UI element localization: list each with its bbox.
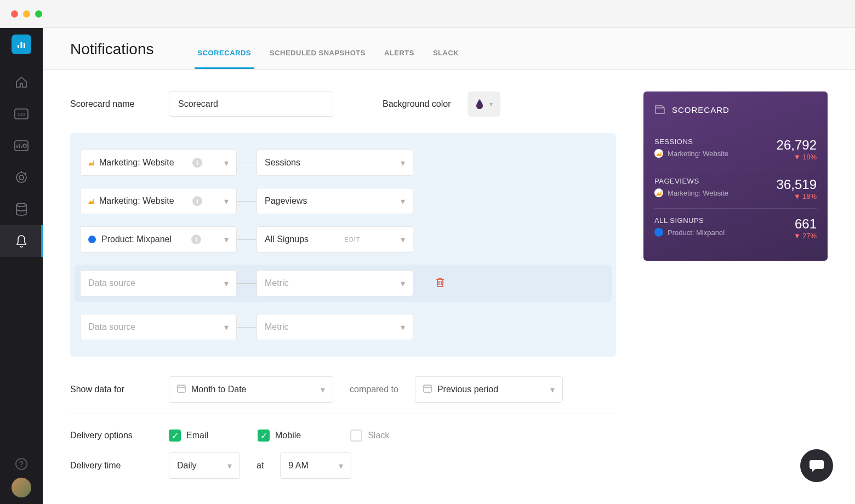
- chevron-down-icon: ▾: [489, 100, 493, 108]
- svg-rect-1: [21, 42, 22, 48]
- sidebar-item-notifications[interactable]: [0, 225, 43, 257]
- preview-metric-change: 27%: [802, 232, 817, 240]
- info-icon[interactable]: i: [192, 158, 202, 168]
- preview-metric-value: 36,519: [777, 177, 817, 192]
- connector-line: [237, 239, 256, 240]
- close-window-button[interactable]: [11, 10, 18, 18]
- scorecard-icon: [654, 105, 665, 114]
- placeholder-text: Metric: [265, 322, 289, 332]
- trash-icon: [435, 277, 445, 288]
- info-icon[interactable]: i: [192, 196, 202, 206]
- chevron-down-icon: ▾: [227, 461, 232, 471]
- checkbox-label-slack: Slack: [368, 431, 389, 440]
- metric-selector[interactable]: Pageviews ▾: [256, 188, 413, 214]
- metric-selector[interactable]: Sessions ▾: [256, 150, 413, 176]
- checkbox-slack[interactable]: [350, 429, 362, 442]
- scorecard-name-input[interactable]: [169, 91, 333, 117]
- edit-label[interactable]: EDIT: [344, 236, 360, 243]
- svg-rect-0: [18, 45, 19, 48]
- data-source-selector-empty[interactable]: Data source ▾: [80, 270, 237, 296]
- date-range-dropdown[interactable]: Month to Date ▾: [169, 376, 333, 403]
- source-label: Marketing: Website: [99, 158, 174, 168]
- down-arrow-icon: ▼: [794, 232, 801, 240]
- app-logo[interactable]: [0, 28, 43, 61]
- connector-line: [237, 327, 256, 328]
- time-value: 9 AM: [288, 461, 308, 471]
- logo-icon: [16, 39, 26, 49]
- chevron-down-icon: ▾: [401, 196, 405, 207]
- data-source-selector[interactable]: Marketing: Website i ▾: [80, 188, 237, 214]
- label-delivery-time: Delivery time: [70, 461, 152, 471]
- tabs: SCORECARDS SCHEDULED SNAPSHOTS ALERTS SL…: [198, 41, 459, 69]
- svg-point-6: [23, 144, 26, 147]
- label-at: at: [256, 461, 264, 471]
- metric-label: Sessions: [265, 158, 300, 168]
- metric-selector-empty[interactable]: Metric ▾: [256, 314, 413, 340]
- page-title: Notifications: [70, 41, 154, 69]
- tab-slack[interactable]: SLACK: [433, 49, 459, 69]
- help-button[interactable]: ?: [15, 458, 27, 470]
- preview-metric-source: Marketing: Website: [668, 189, 728, 197]
- preview-metric: ALL SIGNUPS Product: Mixpanel 661 ▼27%: [654, 209, 817, 248]
- frequency-dropdown[interactable]: Daily ▾: [169, 453, 240, 479]
- preview-metric: PAGEVIEWS Marketing: Website 36,519 ▼18%: [654, 169, 817, 209]
- metrics-icon: 123: [14, 108, 29, 119]
- chevron-down-icon: ▾: [550, 385, 555, 395]
- preview-metric-value: 26,792: [777, 138, 817, 153]
- preview-metric-value: 661: [794, 216, 817, 232]
- connector-line: [237, 283, 256, 284]
- info-icon[interactable]: i: [191, 234, 201, 244]
- svg-text:123: 123: [17, 112, 25, 117]
- chevron-down-icon: ▾: [401, 158, 405, 168]
- delete-row-button[interactable]: [435, 277, 445, 290]
- tab-scorecards[interactable]: SCORECARDS: [198, 49, 251, 69]
- data-source-selector-empty[interactable]: Data source ▾: [80, 314, 237, 340]
- compare-to-dropdown[interactable]: Previous period ▾: [415, 376, 563, 403]
- sidebar-item-home[interactable]: [0, 66, 43, 98]
- preview-metric-name: SESSIONS: [654, 138, 728, 146]
- time-dropdown[interactable]: 9 AM ▾: [280, 453, 351, 479]
- minimize-window-button[interactable]: [23, 10, 30, 18]
- dashboard-icon: [14, 140, 29, 151]
- checkbox-email[interactable]: ✓: [169, 429, 181, 442]
- preview-metric-change: 18%: [802, 192, 817, 201]
- placeholder-text: Metric: [265, 278, 289, 288]
- google-analytics-icon: [88, 160, 94, 165]
- checkbox-mobile[interactable]: ✓: [258, 429, 270, 442]
- sidebar-item-dashboards[interactable]: [0, 130, 43, 162]
- compare-to-value: Previous period: [437, 385, 498, 394]
- preview-metric-name: ALL SIGNUPS: [654, 216, 725, 225]
- tab-scheduled-snapshots[interactable]: SCHEDULED SNAPSHOTS: [270, 49, 366, 69]
- data-source-selector[interactable]: Product: Mixpanel i ▾: [80, 226, 237, 253]
- tab-alerts[interactable]: ALERTS: [384, 49, 414, 69]
- label-delivery-options: Delivery options: [70, 431, 152, 440]
- sidebar-item-metrics[interactable]: 123: [0, 98, 43, 130]
- chat-support-button[interactable]: [800, 449, 833, 482]
- google-analytics-icon: [654, 149, 663, 158]
- metric-selector[interactable]: All Signups EDIT ▾: [256, 226, 413, 253]
- background-color-picker[interactable]: ▾: [468, 91, 500, 117]
- placeholder-text: Data source: [88, 278, 135, 288]
- metric-label: All Signups: [265, 234, 309, 244]
- sidebar-item-goals[interactable]: [0, 162, 43, 193]
- svg-point-9: [16, 203, 26, 207]
- metric-row-empty: Data source ▾ Metric ▾: [80, 314, 606, 340]
- calendar-icon: [177, 384, 186, 395]
- svg-rect-10: [178, 385, 185, 392]
- connector-line: [237, 163, 256, 163]
- preview-metric-source: Product: Mixpanel: [668, 228, 725, 237]
- metric-selector-empty[interactable]: Metric ▾: [256, 270, 413, 296]
- bell-icon: [15, 234, 27, 248]
- chevron-down-icon: ▾: [321, 385, 325, 395]
- preview-title: SCORECARD: [672, 105, 729, 114]
- user-avatar[interactable]: [12, 478, 31, 497]
- data-source-selector[interactable]: Marketing: Website i ▾: [80, 150, 237, 176]
- svg-rect-2: [24, 43, 25, 48]
- svg-rect-11: [424, 385, 431, 392]
- connector-line: [237, 201, 256, 202]
- chevron-down-icon: ▾: [339, 461, 343, 471]
- chevron-down-icon: ▾: [401, 322, 405, 333]
- sidebar-item-datasources[interactable]: [0, 193, 43, 225]
- maximize-window-button[interactable]: [35, 10, 42, 18]
- source-label: Product: Mixpanel: [101, 234, 172, 244]
